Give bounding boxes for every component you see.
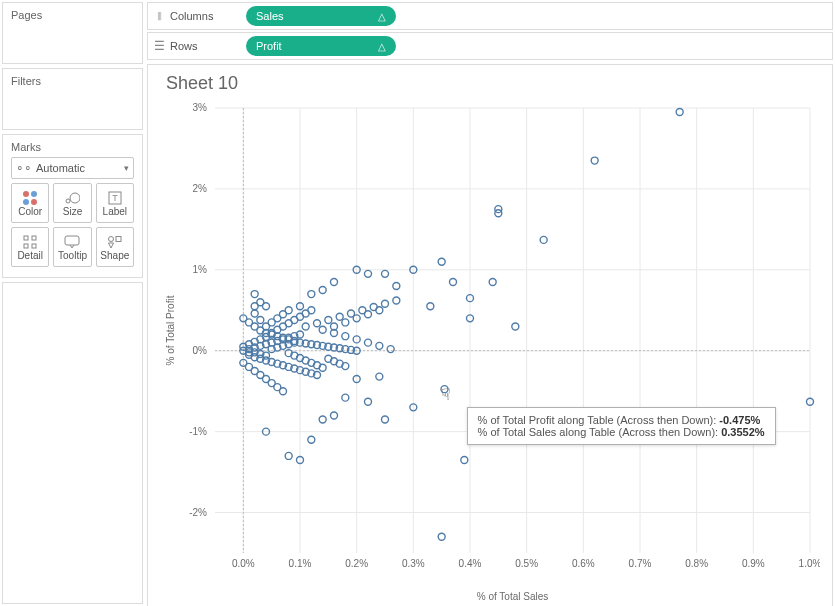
svg-point-81 xyxy=(342,394,349,401)
svg-point-165 xyxy=(314,320,321,327)
svg-point-65 xyxy=(308,291,315,298)
svg-point-70 xyxy=(461,456,468,463)
label-icon: T xyxy=(108,190,122,206)
svg-text:0.0%: 0.0% xyxy=(232,558,255,569)
svg-point-153 xyxy=(342,319,349,326)
rows-pill[interactable]: Profit △ xyxy=(246,36,396,56)
color-icon xyxy=(23,190,37,206)
svg-point-79 xyxy=(319,416,326,423)
tooltip-button[interactable]: Tooltip xyxy=(53,227,91,267)
svg-point-48 xyxy=(591,157,598,164)
svg-point-171 xyxy=(382,300,389,307)
svg-point-201 xyxy=(251,303,258,310)
svg-point-52 xyxy=(438,258,445,265)
svg-point-151 xyxy=(251,310,258,317)
svg-point-54 xyxy=(489,278,496,285)
detail-button[interactable]: Detail xyxy=(11,227,49,267)
svg-point-131 xyxy=(308,307,315,314)
svg-rect-10 xyxy=(116,236,121,241)
svg-text:0.9%: 0.9% xyxy=(742,558,765,569)
svg-point-170 xyxy=(370,304,377,311)
svg-point-172 xyxy=(393,297,400,304)
filters-card[interactable]: Filters xyxy=(2,68,143,130)
svg-text:0%: 0% xyxy=(193,345,208,356)
rows-shelf[interactable]: ☰ Rows Profit △ xyxy=(147,32,833,60)
label-button[interactable]: T Label xyxy=(96,183,134,223)
shape-button[interactable]: Shape xyxy=(96,227,134,267)
svg-point-69 xyxy=(438,533,445,540)
svg-point-180 xyxy=(280,388,287,395)
chevron-down-icon: ▾ xyxy=(124,163,129,173)
svg-point-71 xyxy=(441,386,448,393)
svg-point-74 xyxy=(365,398,372,405)
sheet-area: Sheet 10 0.0%0.1%0.2%0.3%0.4%0.5%0.6%0.7… xyxy=(147,64,833,606)
svg-point-57 xyxy=(365,270,372,277)
svg-point-157 xyxy=(319,326,326,333)
svg-text:0.1%: 0.1% xyxy=(289,558,312,569)
svg-text:-2%: -2% xyxy=(189,507,207,518)
svg-point-162 xyxy=(376,342,383,349)
svg-point-67 xyxy=(512,323,519,330)
mark-type-dropdown[interactable]: ∘∘ Automatic ▾ xyxy=(11,157,134,179)
svg-rect-5 xyxy=(32,236,36,240)
filters-title: Filters xyxy=(11,75,134,87)
svg-point-1 xyxy=(70,193,80,203)
svg-point-77 xyxy=(308,436,315,443)
empty-panel xyxy=(2,282,143,604)
svg-text:0.6%: 0.6% xyxy=(572,558,595,569)
rows-label: Rows xyxy=(170,40,246,52)
svg-rect-8 xyxy=(65,236,79,245)
svg-point-80 xyxy=(331,412,338,419)
columns-shelf[interactable]: ⦀ Columns Sales △ xyxy=(147,2,833,30)
svg-point-84 xyxy=(251,291,258,298)
columns-label: Columns xyxy=(170,10,246,22)
pages-card[interactable]: Pages xyxy=(2,2,143,64)
svg-point-76 xyxy=(285,452,292,459)
sheet-title: Sheet 10 xyxy=(166,73,820,94)
svg-text:-1%: -1% xyxy=(189,426,207,437)
tooltip-box: % of Total Profit along Table (Across th… xyxy=(467,407,776,445)
svg-point-63 xyxy=(331,278,338,285)
svg-point-83 xyxy=(376,373,383,380)
svg-point-150 xyxy=(257,316,264,323)
svg-rect-6 xyxy=(24,244,28,248)
svg-point-161 xyxy=(365,339,372,346)
svg-rect-4 xyxy=(24,236,28,240)
columns-pill[interactable]: Sales △ xyxy=(246,6,396,26)
tooltip-icon xyxy=(64,234,80,250)
svg-text:0.4%: 0.4% xyxy=(459,558,482,569)
svg-point-86 xyxy=(263,303,270,310)
shape-icon xyxy=(107,234,123,250)
svg-point-169 xyxy=(359,307,366,314)
marks-card: Marks ∘∘ Automatic ▾ Color xyxy=(2,134,143,278)
color-button[interactable]: Color xyxy=(11,183,49,223)
svg-point-62 xyxy=(427,303,434,310)
table-calc-icon: △ xyxy=(378,41,386,52)
svg-point-159 xyxy=(342,333,349,340)
rows-icon: ☰ xyxy=(148,39,170,53)
svg-text:3%: 3% xyxy=(193,102,208,113)
svg-text:1.0%: 1.0% xyxy=(799,558,820,569)
size-icon xyxy=(64,190,80,206)
scatter-chart[interactable]: 0.0%0.1%0.2%0.3%0.4%0.5%0.6%0.7%0.8%0.9%… xyxy=(160,98,820,606)
svg-text:0.3%: 0.3% xyxy=(402,558,425,569)
svg-text:T: T xyxy=(112,193,118,203)
detail-icon xyxy=(23,234,37,250)
svg-text:% of Total Sales: % of Total Sales xyxy=(477,591,549,602)
svg-point-64 xyxy=(319,287,326,294)
svg-point-53 xyxy=(450,278,457,285)
svg-point-163 xyxy=(387,346,394,353)
svg-point-166 xyxy=(325,316,332,323)
table-calc-icon: △ xyxy=(378,11,386,22)
svg-text:0.5%: 0.5% xyxy=(515,558,538,569)
svg-point-148 xyxy=(285,307,292,314)
svg-rect-7 xyxy=(32,244,36,248)
automatic-icon: ∘∘ xyxy=(16,161,32,175)
svg-point-51 xyxy=(540,236,547,243)
size-button[interactable]: Size xyxy=(53,183,91,223)
svg-point-56 xyxy=(382,270,389,277)
svg-text:2%: 2% xyxy=(193,183,208,194)
svg-text:0.8%: 0.8% xyxy=(685,558,708,569)
svg-point-9 xyxy=(108,236,113,241)
svg-point-168 xyxy=(348,310,355,317)
